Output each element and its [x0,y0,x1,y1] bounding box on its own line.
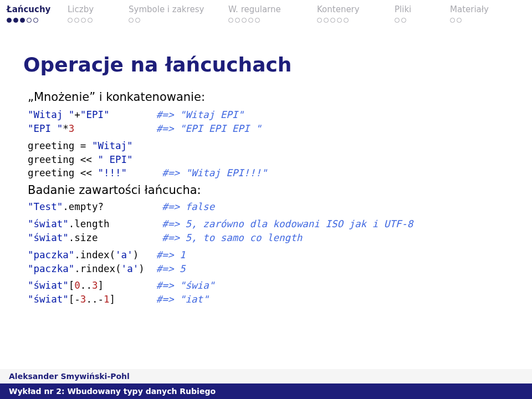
code-str: "świat" [28,218,69,229]
code-text: ] [98,280,104,291]
code-str: "Witaj" [92,140,133,151]
nav-label: Pliki [395,4,411,14]
code-text: .empty? [63,201,104,212]
code-comment: #=> "EPI EPI EPI " [156,123,262,134]
code-text: greeting = [28,140,92,151]
top-nav: ŁańcuchyLiczbySymbole i zakresyW. regula… [0,0,532,23]
code-str: "paczka" [28,263,74,274]
nav-label: Liczby [68,4,94,14]
slide-title: Operacje na łańcuchach [23,53,509,76]
nav-label: Łańcuchy [7,4,50,14]
nav-item-1[interactable]: Liczby [68,4,129,23]
code-str: " EPI" [98,154,132,165]
nav-progress-dots [68,18,93,23]
code-text: .length [69,218,110,229]
code-block-3: "Test".empty? #=> false [28,200,509,214]
section-label-2: Badanie zawartości łańcucha: [28,183,509,197]
code-text: [- [69,294,80,305]
code-str: "Witaj " [28,109,74,120]
code-str: "EPI " [28,123,63,134]
code-text: greeting << [28,167,98,178]
code-block-6: "świat"[0..3] #=> "świa" "świat"[-3..-1]… [28,279,509,306]
nav-item-2[interactable]: Symbole i zakresy [129,4,228,23]
nav-label: Materiały [450,4,489,14]
code-comment: #=> 5 [156,263,186,274]
nav-item-0[interactable]: Łańcuchy [7,4,68,23]
nav-progress-dots [129,18,140,23]
nav-item-6[interactable]: Materiały [450,4,516,23]
nav-progress-dots [228,18,260,23]
code-str: "świat" [28,232,69,243]
nav-item-5[interactable]: Pliki [395,4,450,23]
code-str: 'a' [115,249,133,260]
code-str: "paczka" [28,249,74,260]
nav-label: Symbole i zakresy [129,4,204,14]
section-label-1: „Mnożenie” i konkatenowanie: [28,90,509,104]
code-str: "EPI" [80,109,110,120]
code-text: ) [139,263,145,274]
code-num: 3 [69,123,75,134]
author-name: Aleksander Smywiński-Pohl [0,369,532,383]
code-comment: #=> false [162,201,214,212]
code-str: 'a' [121,263,139,274]
code-text: [ [69,280,75,291]
slide-content: Operacje na łańcuchach „Mnożenie” i konk… [0,23,532,306]
code-comment: #=> "Witaj EPI" [156,109,244,120]
code-block-4: "świat".length #=> 5, zarówno dla kodowa… [28,217,509,245]
nav-item-3[interactable]: W. regularne [228,4,317,23]
nav-progress-dots [317,18,349,23]
code-text: greeting << [28,154,98,165]
footer: Aleksander Smywiński-Pohl Wykład nr 2: W… [0,369,532,399]
code-op: + [74,109,80,120]
code-text: .. [80,280,92,291]
code-str: "świat" [28,294,69,305]
nav-progress-dots [450,18,462,23]
code-block-5: "paczka".index('a') #=> 1 "paczka".rinde… [28,248,509,276]
code-comment: #=> 5, zarówno dla kodowani ISO jak i UT… [162,218,413,229]
lecture-title: Wykład nr 2: Wbudowany typy danych Rubie… [0,383,532,399]
code-comment: #=> "Witaj EPI!!!" [162,167,267,178]
code-comment: #=> 1 [156,249,186,260]
code-text: .rindex( [74,263,121,274]
code-comment: #=> 5, to samo co length [162,232,302,243]
nav-item-4[interactable]: Kontenery [317,4,395,23]
code-num: 1 [104,294,110,305]
code-comment: #=> "iat" [156,294,209,305]
code-text: ) [133,249,139,260]
code-text: .size [69,232,98,243]
code-block-1: "Witaj "+"EPI" #=> "Witaj EPI" "EPI "*3 … [28,108,509,136]
code-text: ] [110,294,116,305]
code-block-2: greeting = "Witaj" greeting << " EPI" gr… [28,139,509,181]
code-str: "Test" [28,201,63,212]
nav-label: W. regularne [228,4,281,14]
code-num: 0 [74,280,80,291]
code-comment: #=> "świa" [156,280,214,291]
code-text: ..- [86,294,104,305]
code-num: 3 [80,294,86,305]
code-num: 3 [92,280,98,291]
code-text: .index( [74,249,115,260]
code-str: "świat" [28,280,69,291]
nav-progress-dots [395,18,406,23]
nav-progress-dots [7,18,38,23]
nav-label: Kontenery [317,4,360,14]
code-str: "!!!" [98,167,127,178]
code-op: * [63,123,69,134]
